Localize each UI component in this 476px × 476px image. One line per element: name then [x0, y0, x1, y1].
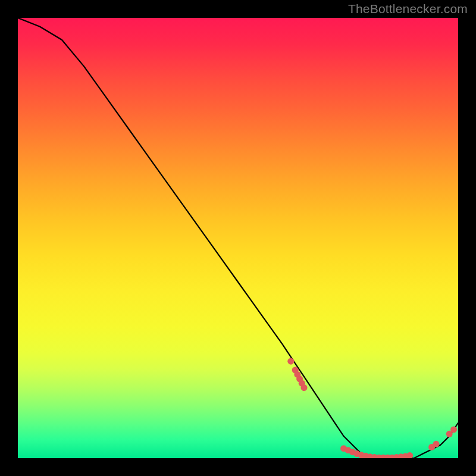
chart-overlay	[18, 18, 458, 458]
curve-line	[18, 18, 458, 458]
attribution-text: TheBottlenecker.com	[348, 2, 468, 16]
data-points	[287, 358, 457, 458]
data-point	[433, 441, 440, 447]
data-point	[301, 384, 308, 391]
data-point	[450, 426, 457, 433]
plot-area	[18, 18, 458, 458]
data-point	[287, 358, 294, 365]
data-point	[406, 452, 413, 458]
chart-stage: TheBottlenecker.com	[0, 0, 476, 476]
